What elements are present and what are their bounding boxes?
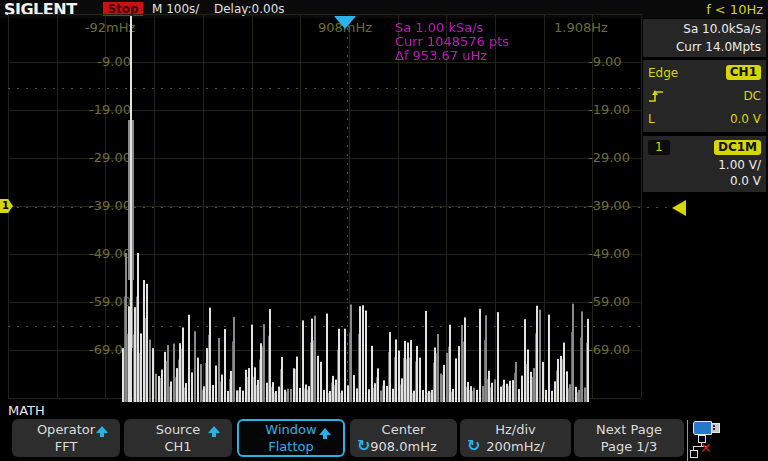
softkey-label: Next Page bbox=[574, 421, 684, 438]
lan-icon bbox=[690, 450, 698, 458]
fft-sample-rate: Sa 1.00 kSa/s bbox=[395, 21, 509, 35]
softkey-window[interactable]: Window Flattop bbox=[237, 419, 345, 457]
up-arrow-icon bbox=[319, 428, 331, 435]
channel-number-chip: 1 bbox=[648, 140, 670, 155]
menu-title: MATH bbox=[8, 403, 45, 418]
acquisition-info-box: Sa 10.0kSa/s Curr 14.0Mpts bbox=[643, 19, 766, 57]
softkey-value: Flattop bbox=[239, 438, 343, 455]
softkey-value: CH1 bbox=[124, 438, 232, 455]
fft-readout-block: Sa 1.00 kSa/s Curr 1048576 pts Δf 953.67… bbox=[395, 21, 509, 63]
trigger-level-arrow-icon[interactable] bbox=[672, 200, 686, 216]
channel-scale-readout: 1.00 V/ bbox=[648, 157, 761, 173]
softkey-operator[interactable]: Operator FFT bbox=[12, 419, 120, 457]
channel1-info-box[interactable]: 1 DC1M 1.00 V/ 0.0 V bbox=[643, 136, 766, 192]
up-arrow-icon bbox=[96, 426, 108, 433]
fft-delta-f: Δf 953.67 uHz bbox=[395, 49, 509, 63]
up-arrow-icon bbox=[208, 426, 220, 433]
rotate-knob-icon: ↻ bbox=[357, 437, 370, 454]
trigger-coupling-label: DC bbox=[743, 89, 761, 103]
channel-coupling-badge: DC1M bbox=[714, 140, 761, 155]
lan-disconnected-icon: ✕ bbox=[700, 440, 712, 456]
softkey-value: FFT bbox=[12, 438, 120, 455]
trigger-source-badge: CH1 bbox=[726, 65, 761, 80]
menu-separator bbox=[687, 420, 688, 461]
sample-rate-readout: Sa 10.0kSa/s bbox=[648, 20, 761, 38]
horizontal-position-marker-icon[interactable] bbox=[334, 16, 356, 29]
fft-points: Curr 1048576 pts bbox=[395, 35, 509, 49]
softkey-hz-per-div[interactable]: Hz/div 200mHz/ ↻ bbox=[460, 419, 571, 457]
softkey-source[interactable]: Source CH1 bbox=[124, 419, 232, 457]
channel-offset-readout: 0.0 V bbox=[648, 173, 761, 189]
softkey-value: Page 1/3 bbox=[574, 438, 684, 455]
oscilloscope-screen: SIGLENT Stop M 100s/ Delay:0.00s f < 10H… bbox=[0, 0, 768, 461]
rising-edge-icon bbox=[648, 89, 666, 103]
usb-connector-icon bbox=[711, 423, 720, 433]
rotate-knob-icon: ↻ bbox=[467, 437, 480, 454]
softkey-center[interactable]: Center 908.0mHz ↻ bbox=[350, 419, 457, 457]
trigger-info-box[interactable]: Edge CH1 DC L 0.0 V bbox=[643, 60, 766, 132]
trigger-type-label: Edge bbox=[648, 66, 678, 80]
fft-trace-canvas bbox=[8, 14, 642, 402]
softkey-next-page[interactable]: Next Page Page 1/3 bbox=[574, 419, 684, 457]
trigger-level-letter: L bbox=[648, 112, 655, 126]
usb-device-icon bbox=[693, 421, 712, 435]
trigger-level-value: 0.0 V bbox=[730, 112, 761, 126]
memory-depth-readout: Curr 14.0Mpts bbox=[648, 38, 761, 56]
softkey-menu-bar: MATH Operator FFT Source CH1 Window Flat… bbox=[0, 400, 768, 461]
